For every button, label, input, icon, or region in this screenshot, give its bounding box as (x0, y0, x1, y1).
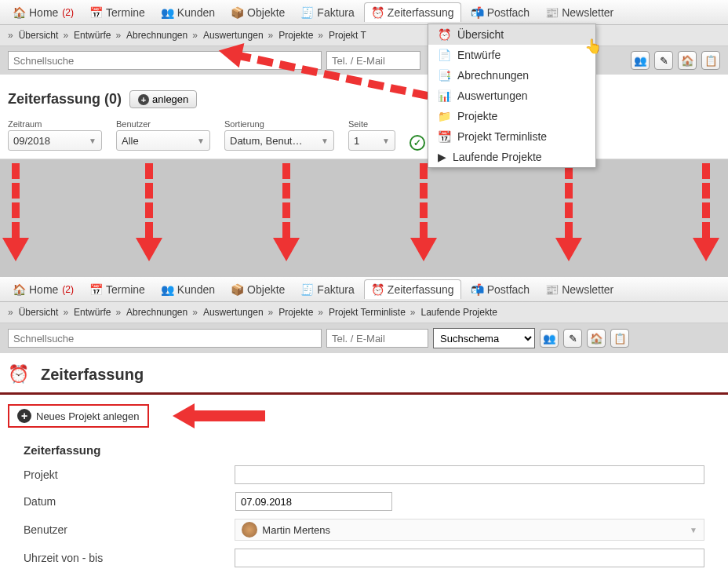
toolbar-home-button[interactable]: 🏠 (678, 51, 697, 70)
running-icon: ▶ (438, 151, 446, 163)
nav-kunden[interactable]: 👥 Kunden (155, 3, 221, 22)
annotation-arrow-down (12, 163, 29, 261)
nav-postfach[interactable]: 📬Postfach (464, 280, 536, 299)
form-label-uhrzeit: Uhrzeit von - bis (24, 552, 235, 564)
create-button[interactable]: + anlegen (129, 90, 197, 108)
search-schema-select[interactable]: Suchschema (433, 328, 535, 348)
nav-label: Home (29, 6, 58, 19)
dropdown-laufende-projekte[interactable]: ▶Laufende Projekte (428, 147, 595, 167)
toolbar-button-1[interactable]: 👥 (540, 329, 559, 348)
subnav-projekt-text: Projekt T (326, 28, 369, 42)
subnav-uebersicht[interactable]: Übersicht (16, 28, 62, 42)
nav-label: Postfach (487, 283, 530, 296)
tel-email-input[interactable] (326, 329, 428, 348)
subnav-entwuerfe[interactable]: Entwürfe (71, 305, 114, 319)
page-title: Zeiterfassung (0) (8, 91, 122, 108)
subnav-abrechnungen[interactable]: Abrechnungen (123, 28, 191, 42)
dropdown-auswertungen[interactable]: 📊Auswertungen (428, 86, 595, 106)
dropdown-label: Entwürfe (457, 49, 500, 61)
avatar-icon (242, 522, 257, 538)
nav-zeiterfassung[interactable]: ⏰ Zeiterfassung (364, 2, 461, 22)
calendar-icon: 📆 (438, 130, 451, 143)
toolbar-button-1[interactable]: 👥 (631, 51, 650, 70)
raquo-icon: » (192, 307, 198, 318)
nav-label: Postfach (487, 6, 530, 19)
nav-label: Zeiterfassung (388, 6, 454, 19)
toolbar-button-4[interactable]: 📋 (701, 51, 720, 70)
dropdown-projekte[interactable]: 📁Projekte (428, 106, 595, 126)
subnav-auswertungen[interactable]: Auswertungen (200, 305, 267, 319)
nav-termine[interactable]: 📅 Termine (83, 3, 151, 22)
nav-faktura[interactable]: 🧾 Faktura (294, 3, 360, 22)
create-button-label: anlegen (152, 93, 188, 105)
subnav-uebersicht[interactable]: Übersicht (16, 305, 62, 319)
box-icon: 📦 (231, 6, 243, 19)
filter-apply-button[interactable]: ✓ (410, 135, 425, 151)
dropdown-label: Laufende Projekte (453, 151, 542, 163)
subnav-laufende-projekte[interactable]: Laufende Projekte (418, 305, 500, 319)
projekt-input[interactable] (235, 465, 704, 484)
dropdown-entwuerfe[interactable]: 📄Entwürfe (428, 45, 595, 65)
filter-benutzer-combo[interactable]: Alle▼ (116, 130, 210, 151)
nav-label: Zeiterfassung (388, 283, 454, 296)
filter-seite-combo[interactable]: 1▼ (348, 130, 395, 151)
subnav-projekte[interactable]: Projekte (275, 28, 316, 42)
raquo-icon: » (8, 30, 13, 41)
nav-zeiterfassung[interactable]: ⏰Zeiterfassung (364, 279, 461, 299)
nav-label: Kunden (177, 6, 215, 19)
annotation-separator: // arrows drawn via JS after data script… (0, 159, 728, 277)
nav-label: Objekte (247, 283, 285, 296)
nav-newsletter[interactable]: 📰 Newsletter (539, 3, 620, 22)
annotation-arrow-down (145, 163, 162, 261)
nav-faktura[interactable]: 🧾Faktura (294, 280, 360, 299)
toolbar-button-4[interactable]: 📋 (610, 329, 629, 348)
raquo-icon: » (268, 307, 274, 318)
toolbar-button-2[interactable]: ✎ (654, 51, 673, 70)
new-project-button[interactable]: + Neues Projekt anlegen (8, 404, 149, 428)
home-icon: 🏠 (13, 6, 25, 19)
uhrzeit-input[interactable] (235, 549, 704, 567)
raquo-icon: » (8, 307, 13, 318)
filter-zeitraum-combo[interactable]: 09/2018▼ (8, 130, 102, 151)
quicksearch-input[interactable] (8, 329, 322, 348)
subnav-projekt-terminliste[interactable]: Projekt Terminliste (326, 305, 409, 319)
dropdown-abrechnungen[interactable]: 📑Abrechnungen (428, 65, 595, 86)
dropdown-uebersicht[interactable]: ⏰Übersicht (428, 24, 595, 45)
nav-home[interactable]: 🏠 Home (2) (6, 280, 80, 299)
dropdown-projekt-terminliste[interactable]: 📆Projekt Terminliste (428, 126, 595, 147)
subnav-entwuerfe[interactable]: Entwürfe (71, 28, 114, 42)
form-label-datum: Datum (24, 495, 235, 508)
nav-home[interactable]: 🏠 Home (2) (6, 3, 80, 22)
annotation-arrow-down (420, 163, 437, 261)
form-row-benutzer: Benutzer Martin Mertens ▼ (0, 515, 728, 545)
raquo-icon: » (318, 307, 323, 318)
toolbar-button-2[interactable]: ✎ (563, 329, 582, 348)
main-navigation: 🏠 Home (2) 📅 Termine 👥 Kunden 📦 Objekte … (0, 0, 728, 25)
people-icon: 👥 (161, 6, 173, 19)
nav-kunden[interactable]: 👥Kunden (155, 280, 221, 299)
nav-termine[interactable]: 📅Termine (83, 280, 151, 299)
datum-input[interactable] (235, 492, 392, 511)
nav-home-count: (2) (62, 7, 74, 18)
tel-email-input[interactable] (326, 51, 420, 70)
annotation-arrow-down (282, 163, 300, 261)
nav-objekte[interactable]: 📦 Objekte (224, 3, 291, 22)
subnav-projekte[interactable]: Projekte (275, 305, 316, 319)
calendar-icon: 📅 (89, 283, 102, 296)
nav-newsletter[interactable]: 📰Newsletter (539, 280, 620, 299)
subnav-abrechnungen[interactable]: Abrechnungen (123, 305, 191, 319)
toolbar-home-button[interactable]: 🏠 (587, 329, 606, 348)
filter-sortierung-combo[interactable]: Datum, Benut…▼ (224, 130, 334, 151)
nav-label: Newsletter (562, 283, 613, 296)
search-row-2: Suchschema 👥 ✎ 🏠 📋 (0, 323, 728, 353)
sub-navigation-2: »Übersicht »Entwürfe »Abrechnungen »Ausw… (0, 302, 728, 323)
nav-postfach[interactable]: 📬 Postfach (464, 3, 536, 22)
cursor-hand-icon: 👆 (584, 38, 602, 55)
raquo-icon: » (63, 307, 68, 318)
dropdown-label: Projekte (457, 110, 497, 122)
nav-objekte[interactable]: 📦Objekte (224, 280, 291, 299)
form-row-uhrzeit: Uhrzeit von - bis (0, 545, 728, 571)
benutzer-select[interactable]: Martin Mertens ▼ (235, 519, 704, 541)
annotation-arrow-down (565, 163, 582, 261)
new-project-label: Neues Projekt anlegen (36, 410, 140, 422)
